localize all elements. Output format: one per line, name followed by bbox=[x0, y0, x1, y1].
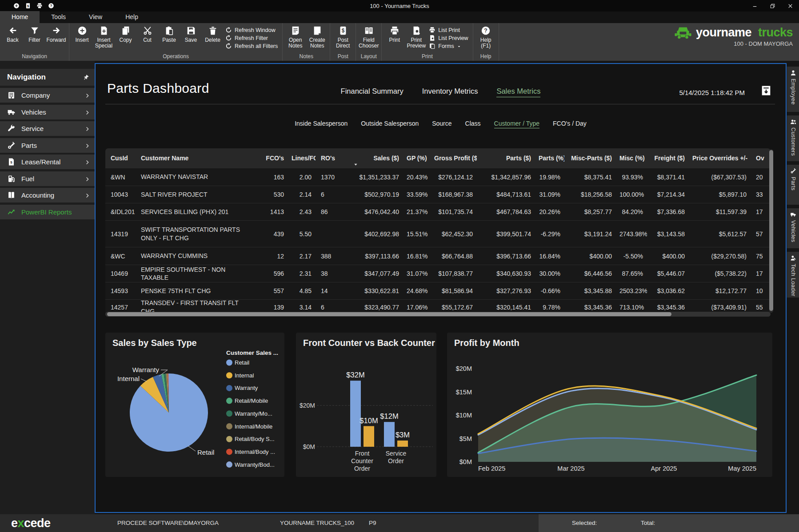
sort-indicator-icon[interactable] bbox=[353, 161, 358, 166]
print-preview-button[interactable]: Print Preview bbox=[405, 24, 427, 49]
dashboard-subtab-class[interactable]: Class bbox=[465, 120, 481, 128]
sidebar-item-service[interactable]: Service bbox=[0, 121, 95, 136]
right-tab-employee[interactable]: Employee bbox=[787, 67, 799, 112]
column-header-parts-[interactable]: Parts (%) bbox=[535, 155, 564, 162]
open-notes-button[interactable]: Open Notes bbox=[284, 24, 306, 49]
horizontal-scrollbar[interactable] bbox=[105, 312, 771, 317]
refresh-filter-button[interactable]: Refresh Filter bbox=[225, 35, 278, 41]
table-row[interactable]: 14593PENSKE 75TH FLT CHG5574.8514$330,62… bbox=[105, 282, 771, 299]
column-header-misc-[interactable]: Misc (%) bbox=[616, 155, 647, 162]
table-row[interactable]: &IDL201SERVICES BILLING (PHX) 20114132.4… bbox=[105, 203, 771, 220]
menu-tab-tools[interactable]: Tools bbox=[40, 11, 77, 23]
column-header-lines-fco[interactable]: Lines/FCO bbox=[288, 155, 316, 162]
legend-item-warranty-bod-[interactable]: Warranty/Bod... bbox=[226, 461, 275, 468]
refresh-all-filters-button[interactable]: Refresh all Filters bbox=[225, 43, 278, 49]
column-header-gross-profit-[interactable]: Gross Profit ($) bbox=[429, 155, 477, 162]
copy-button[interactable]: Copy bbox=[115, 24, 136, 43]
right-tab-tech-loader[interactable]: Tech Loader bbox=[787, 252, 799, 298]
legend-item-internal[interactable]: Internal bbox=[226, 372, 254, 379]
table-row[interactable]: 14319SWIFT TRANSPORTATION PARTS ONLY - F… bbox=[105, 220, 771, 247]
right-tab-vehicles[interactable]: Vehicles bbox=[787, 208, 799, 248]
vertical-scrollbar-thumb[interactable] bbox=[769, 150, 773, 311]
insert-special-button[interactable]: Insert Special bbox=[93, 24, 115, 49]
legend-item-retail-mobile[interactable]: Retail/Mobile bbox=[226, 397, 268, 404]
field-chooser-button[interactable]: Field Chooser bbox=[358, 24, 380, 49]
printer-icon[interactable] bbox=[36, 3, 43, 9]
right-tab-parts[interactable]: Parts bbox=[787, 165, 799, 205]
dashboard-subtab-source[interactable]: Source bbox=[432, 120, 451, 128]
table-row[interactable]: &WNWARRANTY NAVISTAR1632.001370$1,351,23… bbox=[105, 168, 771, 186]
print-button[interactable]: Print bbox=[384, 24, 405, 43]
insert-icon[interactable] bbox=[13, 3, 20, 9]
column-header-ro-s[interactable]: RO's bbox=[316, 155, 344, 162]
legend-item-internal-mobile[interactable]: Internal/Mobile bbox=[226, 423, 272, 430]
forward-button[interactable]: Forward bbox=[45, 24, 67, 43]
column-header-parts-[interactable]: Parts ($) bbox=[477, 155, 535, 162]
export-icon[interactable] bbox=[760, 84, 772, 97]
column-header-freight-[interactable]: Freight ($) bbox=[647, 155, 689, 162]
forms-button[interactable]: Forms bbox=[429, 43, 468, 49]
legend-item-retail[interactable]: Retail bbox=[226, 359, 249, 366]
sidebar-item-vehicles[interactable]: Vehicles bbox=[0, 105, 95, 119]
bar-front-counter-1[interactable] bbox=[384, 422, 395, 447]
dashboard-subtab-fco-s-day[interactable]: FCO's / Day bbox=[553, 120, 587, 128]
legend-item-warranty[interactable]: Warranty bbox=[226, 385, 258, 391]
bar-front-counter-0[interactable] bbox=[350, 381, 361, 447]
help-f1--button[interactable]: ? Help (F1) bbox=[475, 24, 497, 49]
insert-button[interactable]: Insert bbox=[71, 24, 93, 43]
column-header-customer-name[interactable]: Customer Name bbox=[136, 155, 253, 162]
filter-button[interactable]: Filter bbox=[24, 24, 45, 43]
dashboard-subtab-inside-salesperson[interactable]: Inside Salesperson bbox=[295, 120, 348, 128]
sidebar-item-fuel[interactable]: Fuel bbox=[0, 171, 95, 186]
column-header-misc-parts-[interactable]: Misc-Parts ($) bbox=[564, 155, 616, 162]
horizontal-scrollbar-thumb[interactable] bbox=[107, 312, 671, 316]
dashboard-tab-financial-summary[interactable]: Financial Summary bbox=[341, 87, 403, 97]
cut-button[interactable]: Cut bbox=[136, 24, 158, 43]
restore-icon[interactable] bbox=[763, 0, 781, 12]
paste-icon bbox=[164, 26, 174, 36]
legend-item-retail-body-s-[interactable]: Retail/Body S... bbox=[226, 436, 275, 442]
paste-button[interactable]: Paste bbox=[158, 24, 180, 43]
list-print-button[interactable]: List Print bbox=[429, 27, 468, 33]
pin-icon[interactable] bbox=[83, 74, 89, 81]
back-button[interactable]: Back bbox=[2, 24, 24, 43]
create-notes-button[interactable]: Create Notes bbox=[306, 24, 328, 49]
close-icon[interactable] bbox=[781, 0, 799, 12]
sidebar-item-company[interactable]: Company bbox=[0, 88, 95, 103]
parts-table: CusIdCustomer NameFCO'sLines/FCORO'sSale… bbox=[105, 148, 771, 314]
column-header-fco-s[interactable]: FCO's bbox=[253, 155, 288, 162]
right-tab-customers[interactable]: Customers bbox=[787, 115, 799, 161]
table-row[interactable]: 10469EMPIRE SOUTHWEST - NON TAXABLE5962.… bbox=[105, 265, 771, 282]
sidebar-item-powerbi-reports[interactable]: PowerBI Reports bbox=[0, 205, 95, 219]
sidebar-item-accounting[interactable]: Accounting bbox=[0, 188, 95, 202]
sidebar-item-lease-rental[interactable]: $ Lease/Rental bbox=[0, 155, 95, 169]
column-header-ov[interactable]: Ov bbox=[751, 155, 771, 162]
menu-tab-home[interactable]: Home bbox=[0, 11, 40, 23]
post-direct-button[interactable]: $ Post Direct bbox=[332, 24, 354, 49]
column-header-sales-[interactable]: Sales ($) bbox=[344, 155, 403, 162]
legend-item-warranty-mo-[interactable]: Warranty/Mo... bbox=[226, 410, 272, 417]
vertical-scrollbar[interactable] bbox=[769, 149, 773, 313]
save-button[interactable]: Save bbox=[180, 24, 202, 43]
table-row[interactable]: 10043SALT RIVER PROJECT5302.146$502,970.… bbox=[105, 186, 771, 203]
minimize-icon[interactable] bbox=[746, 0, 763, 12]
dashboard-tab-sales-metrics[interactable]: Sales Metrics bbox=[496, 87, 540, 97]
post-doc-icon[interactable]: $ bbox=[25, 3, 31, 9]
table-row[interactable]: &WCWARRANTY CUMMINS122.17388$397,113.661… bbox=[105, 247, 771, 265]
menu-tab-help[interactable]: Help bbox=[114, 11, 150, 23]
dashboard-subtab-outside-salesperson[interactable]: Outside Salesperson bbox=[361, 120, 419, 128]
column-header-gp-[interactable]: GP (%) bbox=[403, 155, 429, 162]
help-circle-icon[interactable]: ? bbox=[48, 3, 54, 9]
bar-back-counter-1[interactable] bbox=[397, 441, 408, 447]
delete-button[interactable]: Delete bbox=[202, 24, 224, 43]
refresh-window-button[interactable]: Refresh Window bbox=[225, 27, 278, 33]
bar-back-counter-0[interactable] bbox=[364, 426, 374, 447]
menu-tab-view[interactable]: View bbox=[77, 11, 114, 23]
sidebar-item-parts[interactable]: Parts bbox=[0, 138, 95, 153]
dashboard-tab-inventory-metrics[interactable]: Inventory Metrics bbox=[422, 87, 478, 97]
column-header-price-overrides-[interactable]: Price Overrides +/- bbox=[689, 155, 751, 162]
dashboard-subtab-customer-type[interactable]: Customer / Type bbox=[494, 120, 539, 128]
column-header-cusid[interactable]: CusId bbox=[105, 155, 136, 162]
legend-item-internal-body-[interactable]: Internal/Body ... bbox=[226, 449, 275, 455]
list-preview-button[interactable]: List Preview bbox=[429, 35, 468, 41]
